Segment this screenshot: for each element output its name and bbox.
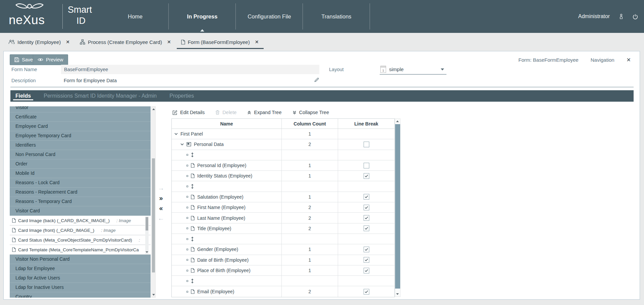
field-group-reasons-temporary-card[interactable]: Reasons - Temporary Card bbox=[10, 197, 151, 206]
line-break-checkbox[interactable] bbox=[364, 247, 369, 252]
tree-row-spacer[interactable] bbox=[172, 276, 394, 286]
field-group-mobile-id[interactable]: Mobile Id bbox=[10, 169, 151, 178]
tree-row-personal-data[interactable]: Personal Data2 bbox=[172, 139, 394, 150]
tree-row-last-name-employee[interactable]: Last Name (Employee)2 bbox=[172, 213, 394, 223]
field-group-identifiers[interactable]: Identifiers bbox=[10, 141, 151, 150]
document-icon bbox=[191, 226, 195, 231]
line-break-checkbox[interactable] bbox=[364, 163, 369, 168]
field-group-non-personal-card[interactable]: Non Personal Card bbox=[10, 150, 151, 159]
tree-table-scrollbar-thumb[interactable] bbox=[395, 124, 400, 289]
field-group-employee-temporary-card[interactable]: Employee Temporary Card bbox=[10, 131, 151, 141]
field-group-certificate[interactable]: Certificate bbox=[10, 112, 151, 122]
panel-close-icon[interactable]: ✕ bbox=[627, 57, 631, 63]
field-group-visitor-non-personal-card[interactable]: Visitor Non Personal Card bbox=[10, 255, 151, 264]
tree-row-first-name-employee[interactable]: First Name (Employee)2 bbox=[172, 202, 394, 213]
field-group-order[interactable]: Order bbox=[10, 159, 151, 169]
workspace-tab-form-baseformemployee[interactable]: Form (BaseFormEmployee)✕ bbox=[180, 35, 260, 49]
line-break-checkbox[interactable] bbox=[364, 142, 369, 147]
edit-icon bbox=[172, 110, 177, 115]
field-group-employee-card[interactable]: Employee Card bbox=[10, 122, 151, 131]
field-group-visitor-card[interactable]: Visitor Card bbox=[10, 206, 151, 216]
line-break-checkbox[interactable] bbox=[364, 215, 369, 221]
menu-item-home[interactable]: Home bbox=[102, 0, 169, 33]
tree-row-column-count: 1 bbox=[282, 192, 338, 202]
line-break-checkbox[interactable] bbox=[364, 225, 369, 231]
workspace-tabs: Identity (Employee)✕Process (Create Empl… bbox=[0, 33, 644, 51]
field-group-visitor[interactable]: Visitor bbox=[10, 106, 151, 112]
form-name-input[interactable]: BaseFormEmployee bbox=[61, 65, 319, 74]
preview-button[interactable]: Preview bbox=[33, 54, 68, 65]
menu-item-translations[interactable]: Translations bbox=[303, 0, 370, 33]
edit-details-button[interactable]: Edit Details bbox=[172, 110, 205, 115]
tree-row-gender-employee[interactable]: Gender (Employee)1 bbox=[172, 244, 394, 255]
tree-row-spacer[interactable] bbox=[172, 181, 394, 192]
tree-row-first-panel[interactable]: First Panel1 bbox=[172, 129, 394, 139]
menu-item-in-progress[interactable]: In Progress bbox=[169, 0, 236, 33]
sublist-scrollbar-thumb[interactable] bbox=[146, 217, 148, 231]
tree-row-personal-id-employee[interactable]: Personal Id (Employee)1 bbox=[172, 160, 394, 171]
expand-tree-button[interactable]: Expand Tree bbox=[247, 110, 281, 115]
tree-row-salutation-employee[interactable]: Salutation (Employee)1 bbox=[172, 192, 394, 202]
section-tab-fields[interactable]: Fields bbox=[15, 90, 31, 102]
field-group-ldap-for-employee[interactable]: Ldap for Employee bbox=[10, 264, 151, 273]
field-item-card-image-back-card-back-image[interactable]: Card Image (back) (_CARD_BACK_IMAGE_): I… bbox=[10, 216, 151, 225]
tree-row-spacer[interactable] bbox=[172, 234, 394, 244]
tab-close-icon[interactable]: ✕ bbox=[255, 39, 259, 45]
bullet-icon bbox=[186, 291, 188, 293]
tree-row-date-of-birth-employee[interactable]: Date of Birth (Employee)1 bbox=[172, 255, 394, 265]
tree-row-name-cell: First Name (Employee) bbox=[172, 202, 282, 212]
line-break-checkbox[interactable] bbox=[364, 268, 369, 273]
move-all-left-button[interactable]: « bbox=[156, 204, 166, 212]
sublist-scrollbar[interactable] bbox=[145, 216, 149, 254]
field-item-card-template-meta-coretemplatename-pcmdpvisitorca[interactable]: Card Template (Meta_CoreTemplateName_Pcm… bbox=[10, 245, 151, 255]
table-scroll-up-arrow[interactable] bbox=[396, 120, 399, 122]
line-break-checkbox[interactable] bbox=[364, 205, 369, 210]
section-tab-permissions-smart-id-identity-manager-admin[interactable]: Permissions Smart ID Identity Manager - … bbox=[44, 90, 157, 102]
section-tab-properties[interactable]: Properties bbox=[169, 90, 194, 102]
description-value[interactable]: Form for Employee Data bbox=[64, 78, 117, 83]
workspace-tab-process-create-employee-card[interactable]: Process (Create Employee Card)✕ bbox=[79, 35, 172, 49]
edit-description-pencil-icon[interactable] bbox=[314, 77, 319, 84]
field-group-country[interactable]: Country bbox=[10, 292, 151, 298]
move-all-right-button[interactable]: » bbox=[156, 194, 166, 202]
line-break-checkbox[interactable] bbox=[364, 289, 369, 295]
workspace-tab-label: Form (BaseFormEmployee) bbox=[188, 39, 250, 45]
tree-row-spacer[interactable] bbox=[172, 150, 394, 160]
drag-vertical-icon bbox=[191, 184, 194, 189]
line-break-checkbox[interactable] bbox=[364, 257, 369, 263]
scroll-down-arrow[interactable] bbox=[152, 294, 155, 296]
document-icon bbox=[12, 228, 16, 233]
tab-close-icon[interactable]: ✕ bbox=[66, 39, 70, 45]
product-name-line2: ID bbox=[68, 15, 92, 27]
workspace-tab-identity-employee[interactable]: Identity (Employee)✕ bbox=[7, 35, 71, 49]
line-break-checkbox[interactable] bbox=[364, 173, 369, 179]
field-item-card-status-meta-coreobjectstate-pcmdpvisitorcard[interactable]: Card Status (Meta_CoreObjectState_PcmDpV… bbox=[10, 235, 151, 245]
tree-row-title-employee[interactable]: Title (Employee)2 bbox=[172, 223, 394, 234]
field-group-reasons-lock-card[interactable]: Reasons - Lock Card bbox=[10, 178, 151, 188]
field-group-ldap-for-active-users[interactable]: Ldap for Active Users bbox=[10, 273, 151, 283]
tab-close-icon[interactable]: ✕ bbox=[167, 39, 171, 45]
tree-row-identity-status-employee[interactable]: Identity Status (Employee)1 bbox=[172, 171, 394, 181]
expand-tree-icon bbox=[247, 110, 251, 115]
field-group-ldap-for-inactive-users[interactable]: Ldap for Inactive Users bbox=[10, 283, 151, 292]
logout-power-icon[interactable] bbox=[633, 14, 638, 19]
field-item-label: Card Image (back) (_CARD_BACK_IMAGE_) bbox=[18, 218, 110, 223]
sublist-scroll-down-arrow[interactable] bbox=[146, 251, 148, 253]
chevron-down-icon bbox=[441, 68, 444, 70]
layout-select[interactable]: 1 simple bbox=[380, 64, 446, 74]
collapse-tree-button[interactable]: Collapse Tree bbox=[292, 110, 329, 115]
field-group-reasons-replacement-card[interactable]: Reasons - Replacement Card bbox=[10, 188, 151, 197]
field-item-card-image-front-card-image[interactable]: Card Image (front) (_CARD_IMAGE_): Image bbox=[10, 225, 151, 235]
tree-row-email-employee[interactable]: Email (Employee)2 bbox=[172, 286, 394, 297]
fields-list-scrollbar-thumb[interactable] bbox=[152, 158, 155, 272]
tree-row-place-of-birth-employee[interactable]: Place of Birth (Employee)1 bbox=[172, 265, 394, 276]
navigation-link[interactable]: Navigation bbox=[591, 57, 614, 63]
tree-table-scrollbar[interactable] bbox=[395, 118, 400, 297]
user-icon[interactable] bbox=[619, 14, 623, 19]
fields-list-scrollbar[interactable] bbox=[151, 106, 156, 298]
table-scroll-down-arrow[interactable] bbox=[396, 293, 399, 295]
tree-row-line-break-cell bbox=[338, 150, 394, 160]
scroll-up-arrow[interactable] bbox=[152, 108, 155, 110]
menu-item-configuration-file[interactable]: Configuration File bbox=[236, 0, 303, 33]
line-break-checkbox[interactable] bbox=[364, 194, 369, 200]
